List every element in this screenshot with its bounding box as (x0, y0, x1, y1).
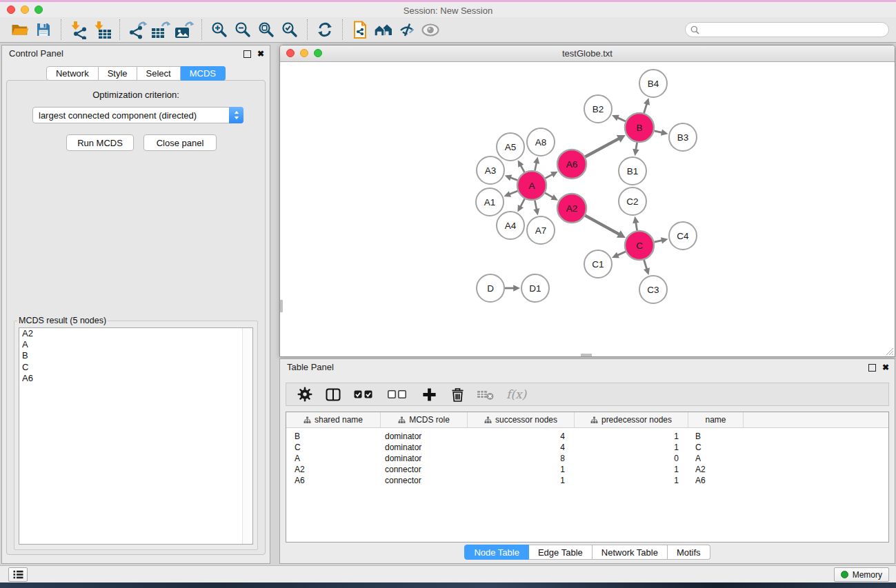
table-cell[interactable]: C (688, 443, 744, 452)
table-cell[interactable]: 1 (575, 432, 688, 441)
graph-edge-A-A5[interactable] (521, 165, 525, 172)
hide-selected-button[interactable] (395, 19, 419, 41)
table-cell[interactable]: A2 (286, 465, 381, 474)
graph-edge-A-A4[interactable] (520, 199, 524, 207)
zoom-in-button[interactable] (208, 19, 231, 41)
export-image-button[interactable] (172, 19, 196, 41)
graph-edge-A2-C[interactable] (585, 216, 619, 234)
resize-grip-icon[interactable] (885, 347, 894, 356)
table-cell[interactable]: 1 (575, 465, 688, 474)
table-cell[interactable]: A (286, 454, 381, 463)
table-row[interactable]: Adominator80A (286, 453, 888, 464)
table-cell[interactable]: dominator (381, 443, 468, 452)
run-mcds-button[interactable]: Run MCDS (66, 134, 134, 151)
table-cell[interactable]: dominator (381, 454, 468, 463)
mcds-result-item[interactable]: C (19, 362, 252, 373)
create-column-button[interactable] (420, 385, 438, 403)
tab-select[interactable]: Select (137, 66, 181, 81)
zoom-out-button[interactable] (231, 19, 255, 41)
deselect-all-button[interactable] (386, 385, 410, 403)
new-network-from-selection-button[interactable] (348, 19, 372, 41)
graph-edge-A-A7[interactable] (535, 201, 537, 210)
column-header-predecessor-nodes[interactable]: predecessor nodes (575, 412, 688, 427)
column-header-name[interactable]: name (688, 412, 744, 427)
table-cell[interactable]: 1 (575, 443, 688, 452)
zoom-selected-button[interactable] (278, 19, 301, 41)
show-all-button[interactable] (419, 19, 442, 41)
column-header-shared-name[interactable]: shared name (286, 412, 381, 427)
tab-network-table[interactable]: Network Table (593, 545, 668, 560)
table-row[interactable]: A6connector11A6 (286, 475, 888, 486)
graph-edge-B-B3[interactable] (654, 131, 661, 133)
close-panel-icon[interactable]: ✖ (882, 363, 889, 372)
mcds-result-item[interactable]: A (19, 339, 252, 350)
table-cell[interactable]: 1 (575, 476, 688, 485)
table-row[interactable]: Cdominator41C (286, 442, 888, 453)
column-visibility-button[interactable] (324, 385, 342, 403)
mcds-result-item[interactable]: A6 (19, 373, 252, 384)
network-canvas[interactable]: B4B2BB3B1A5A8A6A3AC2A1A2A4A7C4CC1C3DD1 (280, 62, 895, 356)
graph-edge-A-A1[interactable] (509, 191, 517, 194)
graph-edge-A-A8[interactable] (535, 163, 536, 170)
optimization-select[interactable]: largest connected component (directed) (32, 107, 243, 123)
table-cell[interactable]: 0 (575, 454, 688, 463)
table-cell[interactable]: connector (381, 465, 468, 474)
select-all-button[interactable] (352, 385, 376, 403)
graph-edge-A-A3[interactable] (510, 178, 518, 181)
function-builder-button[interactable]: f(x) (506, 387, 526, 401)
first-neighbors-button[interactable] (372, 19, 395, 41)
column-header-MCDS-role[interactable]: MCDS role (381, 412, 468, 427)
table-cell[interactable]: connector (381, 476, 468, 485)
open-session-button[interactable] (8, 19, 32, 41)
table-row[interactable]: Bdominator41B (286, 431, 888, 442)
tab-motifs[interactable]: Motifs (668, 545, 710, 560)
table-cell[interactable]: 1 (468, 476, 575, 485)
table-cell[interactable]: A6 (286, 476, 381, 485)
graph-edge-A6-B[interactable] (585, 139, 619, 157)
table-row[interactable]: A2connector11A2 (286, 464, 888, 475)
delete-column-button[interactable] (448, 385, 466, 403)
table-cell[interactable]: 8 (468, 454, 575, 463)
export-network-button[interactable] (126, 19, 149, 41)
tab-style[interactable]: Style (99, 66, 137, 81)
float-panel-icon[interactable] (868, 364, 876, 372)
graph-edge-A-A6[interactable] (545, 174, 552, 179)
mcds-result-item[interactable]: B (19, 350, 252, 361)
search-input[interactable] (702, 24, 888, 35)
table-cell[interactable]: B (688, 432, 744, 441)
column-header-successor-nodes[interactable]: successor nodes (468, 412, 575, 427)
apply-layout-button[interactable] (313, 19, 337, 41)
graph-edge-C-C1[interactable] (617, 252, 626, 255)
table-cell[interactable]: A (688, 454, 744, 463)
graph-edge-B-B1[interactable] (636, 143, 637, 150)
graph-edge-B-B2[interactable] (617, 118, 626, 121)
save-session-button[interactable] (32, 19, 55, 41)
table-cell[interactable]: 4 (468, 432, 575, 441)
panel-menu-button[interactable] (8, 567, 28, 582)
table-cell[interactable]: C (286, 443, 381, 452)
scrollbar-track[interactable] (242, 328, 252, 544)
tab-network[interactable]: Network (46, 66, 99, 81)
graph-edge-C-C3[interactable] (644, 260, 647, 270)
table-settings-button[interactable] (296, 385, 314, 403)
graph-edge-B-B4[interactable] (644, 103, 647, 113)
tab-mcds[interactable]: MCDS (181, 66, 226, 81)
float-panel-icon[interactable] (243, 50, 251, 58)
zoom-fit-button[interactable] (255, 19, 278, 41)
table-cell[interactable]: 1 (468, 465, 575, 474)
import-table-button[interactable] (90, 19, 114, 41)
tab-node-table[interactable]: Node Table (464, 545, 529, 560)
tab-edge-table[interactable]: Edge Table (529, 545, 593, 560)
memory-button[interactable]: Memory (834, 567, 889, 582)
table-cell[interactable]: dominator (381, 432, 468, 441)
close-panel-button[interactable]: Close panel (143, 134, 217, 151)
table-cell[interactable]: 4 (468, 443, 575, 452)
table-cell[interactable]: A6 (688, 476, 744, 485)
delete-table-button[interactable] (477, 385, 495, 403)
table-cell[interactable]: B (286, 432, 381, 441)
table-cell[interactable]: A2 (688, 465, 744, 474)
vertical-scroll-stub[interactable] (280, 300, 283, 312)
graph-edge-C-C4[interactable] (654, 241, 661, 243)
import-network-button[interactable] (67, 19, 90, 41)
close-panel-icon[interactable]: ✖ (257, 50, 264, 58)
